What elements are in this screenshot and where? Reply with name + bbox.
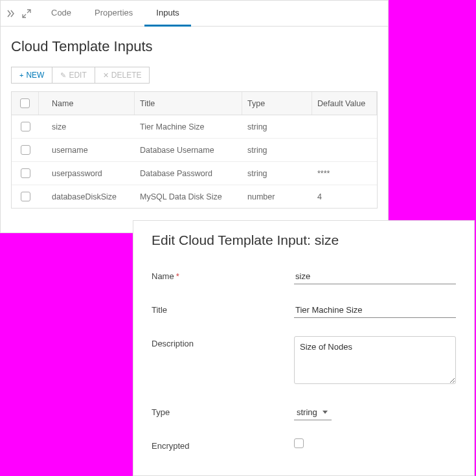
table-row[interactable]: userpassword Database Password string **… — [12, 162, 377, 185]
header-title[interactable]: Title — [135, 92, 242, 115]
tab-inputs[interactable]: Inputs — [144, 1, 190, 27]
row-check — [12, 115, 39, 138]
cell-default: **** — [312, 162, 377, 185]
edit-heading-text: Edit Cloud Template Input: — [152, 232, 315, 247]
label-encrypted: Encrypted — [152, 438, 294, 451]
cell-type: string — [242, 162, 312, 185]
edit-button[interactable]: ✎EDIT — [52, 67, 95, 84]
title-input[interactable] — [294, 302, 456, 318]
tab-bar: Code Properties Inputs — [1, 1, 388, 27]
cell-type: string — [242, 139, 312, 161]
type-select-wrap: string — [294, 405, 332, 420]
inputs-table: Name Title Type Default Value size Tier … — [11, 91, 378, 209]
edit-heading-value: size — [315, 232, 339, 247]
x-icon: ✕ — [103, 71, 109, 80]
label-description: Description — [152, 336, 294, 348]
form-row-type: Type string — [152, 405, 456, 420]
cell-name: databaseDiskSize — [39, 185, 135, 208]
cell-default: 4 — [312, 185, 377, 208]
delete-label: DELETE — [111, 71, 142, 80]
header-type[interactable]: Type — [242, 92, 312, 115]
form-row-encrypted: Encrypted — [152, 438, 456, 451]
row-checkbox[interactable] — [21, 122, 30, 131]
form-row-name: Name* — [152, 269, 456, 284]
cell-name: userpassword — [39, 162, 135, 185]
cell-default — [312, 139, 377, 161]
row-check — [12, 139, 39, 161]
row-check — [12, 162, 39, 185]
cell-name: username — [39, 139, 135, 161]
tab-icons — [6, 8, 40, 19]
page-title: Cloud Template Inputs — [1, 27, 388, 67]
form-row-title: Title — [152, 302, 456, 318]
edit-panel-title: Edit Cloud Template Input: size — [152, 232, 456, 248]
name-input[interactable] — [294, 269, 456, 284]
label-type: Type — [152, 405, 294, 417]
row-checkbox[interactable] — [21, 145, 30, 155]
new-label: NEW — [26, 71, 44, 80]
edit-label: EDIT — [69, 71, 86, 80]
row-checkbox[interactable] — [21, 192, 30, 201]
new-button[interactable]: +NEW — [11, 67, 52, 84]
cell-title: MySQL Data Disk Size — [135, 185, 242, 208]
required-asterisk: * — [176, 271, 179, 281]
description-textarea[interactable]: Size of Nodes — [294, 336, 456, 384]
table-row[interactable]: databaseDiskSize MySQL Data Disk Size nu… — [12, 185, 377, 208]
header-default[interactable]: Default Value — [312, 92, 377, 115]
table-header: Name Title Type Default Value — [12, 92, 377, 115]
label-title: Title — [152, 302, 294, 315]
header-name[interactable]: Name — [39, 92, 135, 115]
cell-title: Database Password — [135, 162, 242, 185]
main-panel: Code Properties Inputs Cloud Template In… — [0, 0, 389, 233]
encrypted-checkbox[interactable] — [294, 438, 304, 448]
edit-panel: Edit Cloud Template Input: size Name* Ti… — [133, 220, 475, 476]
row-checkbox[interactable] — [21, 168, 30, 178]
label-name: Name* — [152, 269, 294, 281]
table-row[interactable]: username Database Username string — [12, 139, 377, 162]
table-row[interactable]: size Tier Machine Size string — [12, 115, 377, 139]
type-select[interactable]: string — [294, 405, 332, 420]
cell-default — [312, 115, 377, 138]
expand-icon[interactable] — [21, 8, 32, 19]
cell-type: number — [242, 185, 312, 208]
toolbar: +NEW ✎EDIT ✕DELETE — [1, 67, 388, 91]
row-check — [12, 185, 39, 208]
tab-code[interactable]: Code — [40, 1, 83, 27]
plus-icon: + — [19, 71, 23, 79]
tab-properties[interactable]: Properties — [83, 1, 144, 27]
cell-name: size — [39, 115, 135, 138]
cell-title: Tier Machine Size — [135, 115, 242, 138]
chevrons-right-icon[interactable] — [6, 8, 16, 19]
cell-type: string — [242, 115, 312, 138]
header-check — [12, 92, 39, 115]
pencil-icon: ✎ — [60, 71, 66, 80]
select-all-checkbox[interactable] — [20, 98, 30, 108]
delete-button[interactable]: ✕DELETE — [95, 67, 150, 84]
cell-title: Database Username — [135, 139, 242, 161]
form-row-description: Description Size of Nodes — [152, 336, 456, 387]
